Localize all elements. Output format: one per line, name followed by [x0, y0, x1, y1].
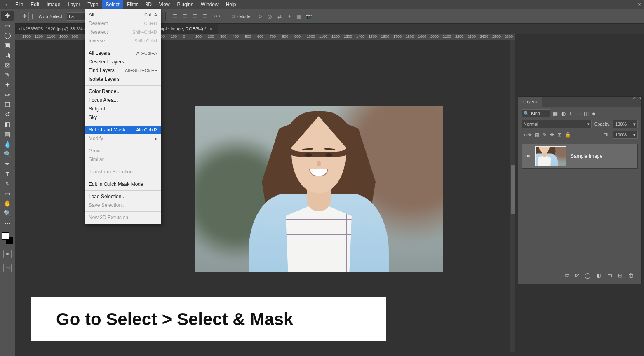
menu-type[interactable]: Type [84, 0, 102, 9]
menu-item-subject[interactable]: Subject [85, 105, 161, 113]
menu-item-select-and-mask[interactable]: Select and Mask...Alt+Ctrl+R [85, 126, 161, 134]
filter-adjust-icon[interactable]: ◐ [561, 110, 566, 117]
clone-stamp-tool[interactable]: ❒ [1, 100, 14, 110]
menu-file[interactable]: File [12, 0, 27, 9]
eraser-tool[interactable]: ◧ [1, 119, 14, 129]
lock-artboard-icon[interactable]: ⊞ [557, 132, 562, 138]
home-glyph[interactable]: » [0, 2, 12, 7]
menu-select[interactable]: Select [102, 0, 123, 9]
screen-mode-icon[interactable]: ▭ [3, 264, 12, 272]
layer-fx-icon[interactable]: fx [575, 272, 579, 279]
more-options-icon[interactable]: ••• [213, 12, 222, 21]
filter-pixel-icon[interactable]: ▦ [553, 110, 558, 117]
dodge-tool[interactable]: 🔍 [1, 149, 14, 159]
close-icon[interactable]: × [637, 2, 642, 7]
lock-trans-icon[interactable]: ▩ [535, 132, 539, 138]
color-swatches[interactable] [2, 232, 13, 244]
mode-3d-3-icon[interactable]: ⇄ [275, 12, 284, 21]
lock-all-icon[interactable]: 🔒 [565, 132, 571, 138]
lock-pos-icon[interactable]: ✥ [550, 132, 554, 138]
menu-item-color-range[interactable]: Color Range... [85, 87, 161, 96]
gradient-tool[interactable]: ▤ [1, 129, 14, 139]
quick-mask-icon[interactable]: ◙ [3, 250, 12, 258]
distribute-1-icon[interactable]: ☰ [171, 12, 180, 21]
link-layers-icon[interactable]: ⧉ [565, 272, 569, 279]
menu-plugins[interactable]: Plugins [174, 0, 197, 9]
menu-item-sky[interactable]: Sky [85, 113, 161, 122]
marquee-tool[interactable]: ▭ [1, 21, 14, 30]
menu-item-all[interactable]: AllCtrl+A [85, 11, 161, 19]
menu-window[interactable]: Window [197, 0, 222, 9]
scrollbar-handle[interactable] [511, 165, 515, 214]
mode-3d-2-icon[interactable]: ◎ [265, 12, 274, 21]
crop-tool[interactable]: ⿻ [1, 50, 14, 60]
menu-view[interactable]: View [155, 0, 174, 9]
mode-3d-4-icon[interactable]: ✦ [285, 12, 294, 21]
auto-select-checkbox[interactable] [32, 14, 37, 19]
layer-name-label[interactable]: Sample Image [571, 153, 602, 159]
pen-tool[interactable]: ✒ [1, 159, 14, 169]
menu-item-isolate-layers[interactable]: Isolate Layers [85, 75, 161, 84]
menu-item-focus-area[interactable]: Focus Area... [85, 96, 161, 105]
layer-visibility-icon[interactable]: 👁 [524, 153, 531, 159]
instruction-overlay: Go to Select > Select & Mask [31, 297, 386, 341]
mode-3d-5-icon[interactable]: ▦ [295, 12, 304, 21]
opacity-input[interactable]: 100%▾ [613, 120, 638, 128]
filter-type-icon[interactable]: T [569, 110, 572, 117]
layer-thumbnail[interactable] [535, 146, 566, 166]
menu-edit[interactable]: Edit [27, 0, 43, 9]
distribute-2-icon[interactable]: ☰ [181, 12, 190, 21]
frame-tool[interactable]: ⊠ [1, 60, 14, 70]
layer-filter-kind-dropdown[interactable]: 🔍 Kind [522, 109, 550, 117]
type-tool[interactable]: T [1, 169, 14, 179]
delete-layer-icon[interactable]: 🗑 [628, 272, 634, 279]
filter-toggle-icon[interactable]: ● [592, 110, 595, 117]
menu-item-edit-in-quick-mask-mode[interactable]: Edit in Quick Mask Mode [85, 180, 161, 189]
filter-smart-icon[interactable]: ◫ [584, 110, 589, 117]
menu-3d[interactable]: 3D [141, 0, 155, 9]
menu-item-all-layers[interactable]: All LayersAlt+Ctrl+A [85, 49, 161, 58]
menu-item-deselect: DeselectCtrl+D [85, 19, 161, 28]
adjustment-layer-icon[interactable]: ◐ [597, 272, 601, 279]
close-panel-icon[interactable]: × [638, 95, 641, 100]
zoom-tool[interactable]: 🔍 [1, 208, 14, 218]
close-tab-icon[interactable]: × [209, 27, 212, 31]
move-tool[interactable]: ✥ [1, 11, 14, 21]
lock-paint-icon[interactable]: ✎ [543, 132, 547, 138]
blend-mode-dropdown[interactable]: Normal ▾ [522, 120, 592, 128]
history-brush-tool[interactable]: ↺ [1, 110, 14, 119]
menu-item-new-3d-extrusion: New 3D Extrusion [85, 213, 161, 222]
menu-image[interactable]: Image [43, 0, 64, 9]
path-select-tool[interactable]: ↖ [1, 179, 14, 189]
layers-panel: « × Layers ≡ 🔍 Kind ▦ ◐ T ▭ ◫ ● Normal ▾ [518, 96, 642, 284]
mode-3d-6-icon[interactable]: 📷 [305, 12, 314, 21]
eyedropper-tool[interactable]: ✎ [1, 70, 14, 80]
menu-layer[interactable]: Layer [64, 0, 84, 9]
menu-item-load-selection[interactable]: Load Selection... [85, 192, 161, 201]
menu-item-find-layers[interactable]: Find LayersAlt+Shift+Ctrl+F [85, 66, 161, 75]
layer-row[interactable]: 👁 Sample Image [522, 144, 638, 169]
add-mask-icon[interactable]: ◯ [585, 272, 591, 279]
brush-tool[interactable]: ✏ [1, 90, 14, 100]
object-select-tool[interactable]: ▣ [1, 40, 14, 50]
group-layers-icon[interactable]: 🗀 [607, 272, 612, 279]
rectangle-tool[interactable]: ▭ [1, 189, 14, 199]
menu-help[interactable]: Help [222, 0, 240, 9]
distribute-3-icon[interactable]: ☰ [190, 12, 200, 21]
menu-filter[interactable]: Filter [123, 0, 142, 9]
hand-tool[interactable]: ✋ [1, 199, 14, 208]
fill-input[interactable]: 100%▾ [613, 131, 638, 139]
lasso-tool[interactable]: ◯ [1, 30, 14, 40]
mode-3d-label: 3D Mode: [232, 14, 252, 19]
layers-tab[interactable]: Layers [518, 97, 542, 107]
new-layer-icon[interactable]: ⊞ [618, 272, 623, 279]
edit-toolbar-icon[interactable]: ⋯ [1, 218, 14, 228]
mode-3d-1-icon[interactable]: ⟲ [255, 12, 264, 21]
healing-brush-tool[interactable]: ✦ [1, 80, 14, 90]
vertical-scrollbar[interactable] [510, 40, 515, 352]
collapse-panels-icon[interactable]: « [633, 95, 636, 100]
menu-item-deselect-layers[interactable]: Deselect Layers [85, 58, 161, 66]
filter-shape-icon[interactable]: ▭ [576, 110, 581, 117]
distribute-4-icon[interactable]: ☰ [200, 12, 209, 21]
blur-tool[interactable]: 💧 [1, 139, 14, 149]
